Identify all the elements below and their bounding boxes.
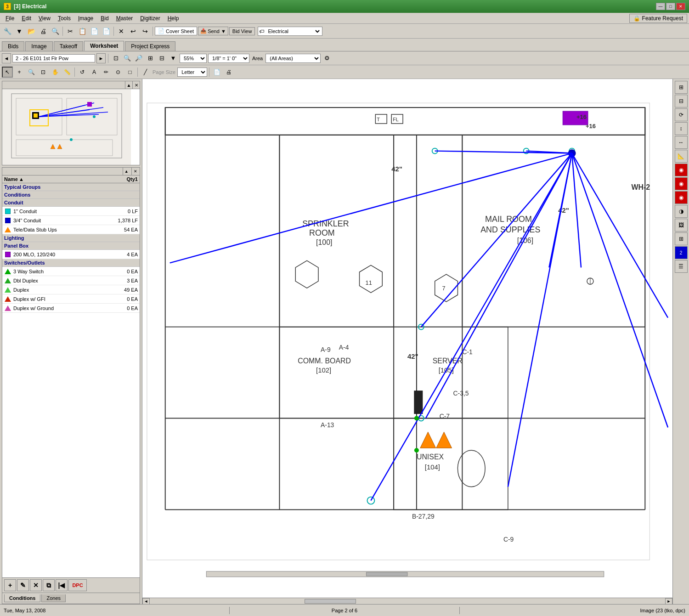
print-tool[interactable]: 🖨 [223, 67, 234, 78]
rt-flip-btn[interactable]: ↕ [675, 122, 688, 135]
rt-list-btn[interactable]: ☰ [675, 260, 688, 273]
copy-item-button[interactable]: ⧉ [43, 579, 55, 591]
minimap-minimize[interactable]: ▲ [125, 81, 132, 89]
cover-sheet-button[interactable]: 📄Cover Sheet [155, 27, 197, 35]
menu-tools[interactable]: Tools [54, 14, 74, 23]
dpc-button[interactable]: DPC [68, 579, 87, 591]
conditions-tab[interactable]: Conditions [4, 594, 40, 602]
menu-bid[interactable]: Bid [97, 14, 112, 23]
list-item-3way-switch[interactable]: 3 Way Switch 0 EA [2, 267, 140, 276]
h-scrollbar-thumb[interactable] [305, 599, 356, 604]
rect-tool[interactable]: □ [124, 67, 136, 78]
list-body[interactable]: Typical Groups Conditions Conduit 1" Con… [2, 183, 140, 577]
zones-tab[interactable]: Zones [41, 594, 66, 602]
toolbar-redo[interactable]: ↪ [140, 26, 151, 37]
tab-takeoff[interactable]: Takeoff [54, 41, 83, 51]
feature-request-button[interactable]: 🔒 Feature Request [629, 14, 687, 23]
pencil-tool[interactable]: ✏ [101, 67, 112, 78]
rt-measure-btn[interactable]: 📐 [675, 150, 688, 163]
rt-red-btn[interactable]: ◉ [675, 164, 688, 176]
zoom-dropdown-btn[interactable]: ▼ [168, 53, 178, 63]
line-tool[interactable]: ╱ [140, 67, 151, 78]
edit-item-button[interactable]: ✎ [17, 579, 29, 591]
minimap-close[interactable]: ✕ [132, 81, 140, 89]
toolbar-copy[interactable]: 📋 [77, 26, 88, 37]
menu-file[interactable]: File [2, 14, 18, 23]
zoom-area[interactable]: ⊞ [145, 53, 155, 63]
toolbar-delete[interactable]: ✕ [116, 26, 127, 37]
list-item-tele-data[interactable]: Tele/Data Stub Ups 54 EA [2, 225, 140, 234]
scroll-left[interactable]: ◄ [142, 598, 150, 605]
toolbar-print[interactable]: 🖨 [38, 26, 49, 37]
canvas-area[interactable]: SPRINKLER ROOM [100] MAIL ROOM AND SUPPL… [142, 79, 672, 604]
move-item-button[interactable]: |◀ [56, 579, 68, 591]
menu-view[interactable]: View [35, 14, 54, 23]
nav-prev[interactable]: ◄ [2, 53, 11, 63]
add-item-button[interactable]: + [4, 579, 16, 591]
settings-icon[interactable]: ⚙ [322, 53, 332, 63]
bid-view-button[interactable]: Bid View [229, 27, 255, 35]
rt-grid2-btn[interactable]: ⊟ [675, 95, 688, 107]
tab-project-express[interactable]: Project Express [125, 41, 175, 51]
toolbar-undo[interactable]: ↩ [128, 26, 139, 37]
rt-rotate-btn[interactable]: ⟳ [675, 108, 688, 121]
tab-bids[interactable]: Bids [2, 41, 24, 51]
menu-help[interactable]: Help [164, 14, 183, 23]
zoom-reset[interactable]: ⊟ [157, 53, 167, 63]
tab-worksheet[interactable]: Worksheet [84, 41, 124, 51]
zoom-out[interactable]: 🔎 [134, 53, 144, 63]
rt-grid-btn[interactable]: ⊞ [675, 81, 688, 94]
pan-tool[interactable]: ✋ [50, 67, 61, 78]
maximize-button[interactable]: □ [666, 3, 675, 10]
delete-item-button[interactable]: ✕ [30, 579, 42, 591]
zoom-box-tool[interactable]: ⊡ [38, 67, 49, 78]
list-item-duplex-gfi[interactable]: Duplex w/ GFI 0 EA [2, 294, 140, 304]
list-item-duplex-ground[interactable]: Duplex w/ Ground 0 EA [2, 304, 140, 313]
h-scrollbar[interactable]: ◄ ► [142, 598, 672, 604]
scroll-right[interactable]: ► [665, 598, 672, 605]
rt-contrast-btn[interactable]: ◑ [675, 205, 688, 218]
scale-select[interactable]: 1/8" = 1' 0" 1/4" = 1' 0" [208, 54, 249, 63]
rotate-tool[interactable]: ↺ [77, 67, 88, 78]
toolbar-paste2[interactable]: 📄 [101, 26, 112, 37]
menu-digitizer[interactable]: Digitizer [136, 14, 164, 23]
rt-image-btn[interactable]: 🖼 [675, 219, 688, 232]
close-button[interactable]: ✕ [676, 3, 685, 10]
measure-tool[interactable]: 📏 [62, 67, 73, 78]
toolbar-preview[interactable]: 🔍 [50, 26, 61, 37]
tab-image[interactable]: Image [25, 41, 52, 51]
zoom-fit[interactable]: ⊡ [111, 53, 121, 63]
list-item-200mlo[interactable]: 200 MLO, 120/240 4 EA [2, 250, 140, 259]
nav-next[interactable]: ► [96, 53, 106, 63]
toolbar-cut[interactable]: ✂ [65, 26, 76, 37]
list-close[interactable]: ✕ [131, 168, 139, 175]
circle-tool[interactable]: ⊙ [113, 67, 124, 78]
send-button[interactable]: 📤Send ▼ [198, 27, 228, 35]
toolbar-paste[interactable]: 📄 [89, 26, 100, 37]
list-item-075in-conduit[interactable]: 3/4" Conduit 1,378 LF [2, 216, 140, 225]
list-item-duplex[interactable]: Duplex 49 EA [2, 285, 140, 294]
page-icon[interactable]: 📄 [211, 67, 222, 78]
area-select[interactable]: (All Areas) [265, 54, 321, 63]
toolbar-open[interactable]: 📂 [26, 26, 37, 37]
electrical-dropdown[interactable]: Electrical [266, 28, 321, 34]
menu-edit[interactable]: Edit [18, 14, 35, 23]
zoom-in-tool[interactable]: 🔍 [26, 67, 37, 78]
toolbar-dropdown-1[interactable]: ▼ [14, 26, 25, 37]
list-minimize[interactable]: ▲ [123, 168, 130, 175]
menu-master[interactable]: Master [113, 14, 137, 23]
rt-red-btn2[interactable]: ◉ [675, 177, 688, 190]
zoom-in[interactable]: 🔍 [122, 53, 132, 63]
minimize-button[interactable]: — [656, 3, 665, 10]
rt-table-btn[interactable]: ⊞ [675, 232, 688, 245]
select-tool[interactable]: ↖ [2, 67, 13, 78]
rt-blue-btn[interactable]: 2 [675, 246, 688, 259]
rt-red-btn3[interactable]: ◉ [675, 191, 688, 204]
crosshair-tool[interactable]: + [14, 67, 25, 78]
menu-image[interactable]: Image [74, 14, 97, 23]
rt-align-btn[interactable]: ↔ [675, 136, 688, 149]
zoom-select[interactable]: 55% 25% 50% 75% 100% [180, 54, 207, 63]
text-tool[interactable]: A [89, 67, 100, 78]
list-item-1in-conduit[interactable]: 1" Conduit 0 LF [2, 207, 140, 216]
toolbar-btn-1[interactable]: 🔧 [2, 26, 13, 37]
